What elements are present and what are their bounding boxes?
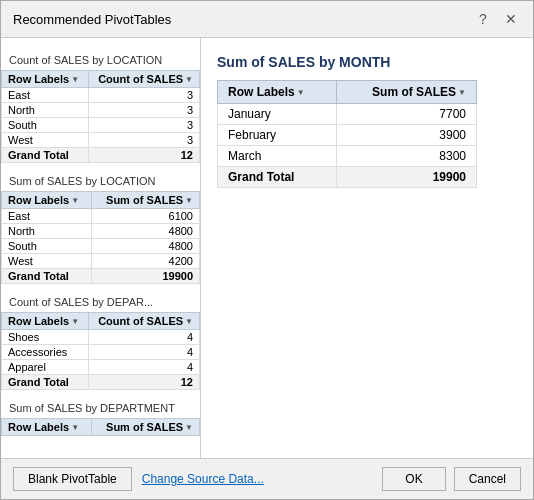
- main-dropdown-arrow-icon-1: ▼: [297, 88, 305, 97]
- table-row: North4800: [2, 224, 200, 239]
- dropdown-arrow-icon-3: ▼: [71, 196, 79, 205]
- dialog-body: Count of SALES by LOCATION Row Labels ▼ …: [1, 38, 533, 458]
- dropdown-arrow-icon-6: ▼: [185, 317, 193, 326]
- dropdown-arrow-icon: ▼: [71, 75, 79, 84]
- table-row: South4800: [2, 239, 200, 254]
- table-row: South3: [2, 118, 200, 133]
- section-title-1: Count of SALES by LOCATION: [1, 50, 200, 68]
- dropdown-arrow-icon-4: ▼: [185, 196, 193, 205]
- footer: Blank PivotTable Change Source Data... O…: [1, 458, 533, 499]
- dialog-title: Recommended PivotTables: [13, 12, 171, 27]
- count-dept-table: Row Labels ▼ Count of SALES ▼: [1, 312, 200, 390]
- table-row: March8300: [218, 146, 477, 167]
- table-row: North3: [2, 103, 200, 118]
- change-source-button[interactable]: Change Source Data...: [142, 472, 264, 486]
- table-row: February3900: [218, 125, 477, 146]
- section-title-2: Sum of SALES by LOCATION: [1, 171, 200, 189]
- main-col-header-sum: Sum of SALES ▼: [336, 81, 476, 104]
- dropdown-arrow-icon-2: ▼: [185, 75, 193, 84]
- col-header-row-labels-3: Row Labels ▼: [2, 313, 89, 330]
- col-header-count-1: Count of SALES ▼: [88, 71, 199, 88]
- dropdown-arrow-icon-7: ▼: [71, 423, 79, 432]
- table-row: January7700: [218, 104, 477, 125]
- main-pivot-title: Sum of SALES by MONTH: [217, 54, 517, 70]
- table-row: Shoes4: [2, 330, 200, 345]
- col-header-row-labels-2: Row Labels ▼: [2, 192, 92, 209]
- count-location-table: Row Labels ▼ Count of SALES ▼: [1, 70, 200, 163]
- sum-dept-table: Row Labels ▼ Sum of SALES ▼: [1, 418, 200, 436]
- table-row: Accessories4: [2, 345, 200, 360]
- table-row: West4200: [2, 254, 200, 269]
- title-bar-buttons: ? ✕: [473, 9, 521, 29]
- col-header-count-3: Count of SALES ▼: [88, 313, 199, 330]
- grand-total-row-3: Grand Total 12: [2, 375, 200, 390]
- help-button[interactable]: ?: [473, 9, 493, 29]
- dropdown-arrow-icon-8: ▼: [185, 423, 193, 432]
- col-header-sum-4: Sum of SALES ▼: [92, 419, 200, 436]
- cancel-button[interactable]: Cancel: [454, 467, 521, 491]
- close-button[interactable]: ✕: [501, 9, 521, 29]
- table-row: Apparel4: [2, 360, 200, 375]
- footer-right: OK Cancel: [382, 467, 521, 491]
- recommended-pivot-dialog: Recommended PivotTables ? ✕ Count of SAL…: [0, 0, 534, 500]
- main-col-header-row-labels: Row Labels ▼: [218, 81, 337, 104]
- main-dropdown-arrow-icon-2: ▼: [458, 88, 466, 97]
- ok-button[interactable]: OK: [382, 467, 445, 491]
- col-header-row-labels-4: Row Labels ▼: [2, 419, 92, 436]
- col-header-row-labels-1: Row Labels ▼: [2, 71, 89, 88]
- section-title-3: Count of SALES by DEPAR...: [1, 292, 200, 310]
- left-panel[interactable]: Count of SALES by LOCATION Row Labels ▼ …: [1, 38, 201, 458]
- table-row: East3: [2, 88, 200, 103]
- section-title-4: Sum of SALES by DEPARTMENT: [1, 398, 200, 416]
- title-bar: Recommended PivotTables ? ✕: [1, 1, 533, 38]
- table-row: East6100: [2, 209, 200, 224]
- blank-pivot-button[interactable]: Blank PivotTable: [13, 467, 132, 491]
- footer-left: Blank PivotTable Change Source Data...: [13, 467, 264, 491]
- grand-total-row-1: Grand Total 12: [2, 148, 200, 163]
- dropdown-arrow-icon-5: ▼: [71, 317, 79, 326]
- grand-total-row-2: Grand Total 19900: [2, 269, 200, 284]
- col-header-sum-2: Sum of SALES ▼: [92, 192, 200, 209]
- right-panel: Sum of SALES by MONTH Row Labels ▼ Sum o…: [201, 38, 533, 458]
- main-grand-total-row: Grand Total 19900: [218, 167, 477, 188]
- main-pivot-table: Row Labels ▼ Sum of SALES ▼ J: [217, 80, 477, 188]
- table-row: West3: [2, 133, 200, 148]
- sum-location-table: Row Labels ▼ Sum of SALES ▼ E: [1, 191, 200, 284]
